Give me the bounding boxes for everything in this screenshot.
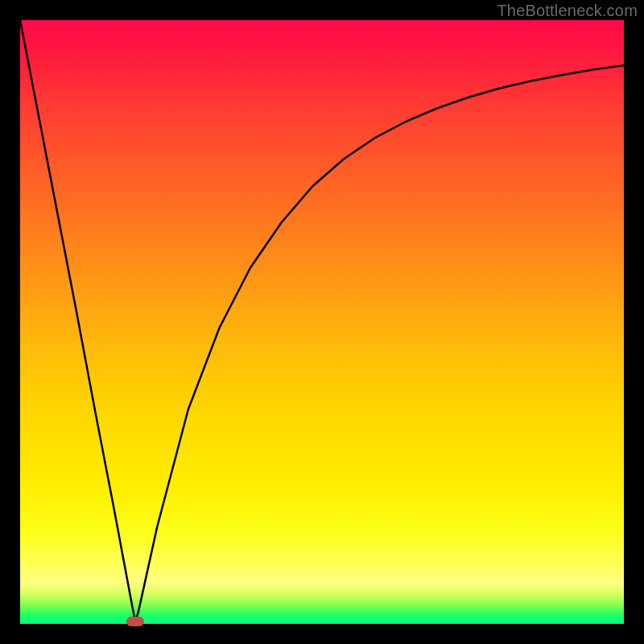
watermark-text: TheBottleneck.com [497, 2, 638, 20]
bottleneck-curve [20, 20, 624, 624]
minimum-marker [126, 617, 144, 626]
plot-area [20, 20, 624, 624]
chart-frame: TheBottleneck.com [0, 0, 644, 644]
